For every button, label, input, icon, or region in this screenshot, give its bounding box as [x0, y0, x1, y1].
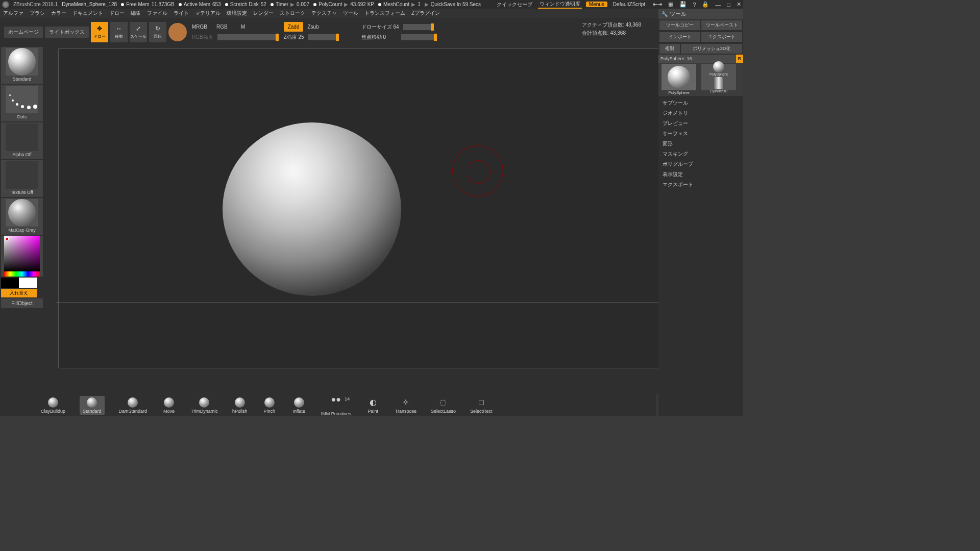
rgb-intensity-slider[interactable] — [217, 34, 279, 40]
menu-item[interactable]: ドロー — [109, 10, 125, 17]
brush-claybuildup[interactable]: ClayBuildup — [41, 397, 65, 414]
point-counts: アクティブ頂点数: 43,368 合計頂点数: 43,368 — [582, 21, 641, 37]
menu-item[interactable]: ストローク — [280, 10, 305, 17]
brush-move[interactable]: Move — [161, 397, 177, 414]
menu-item[interactable]: レンダー — [253, 10, 274, 17]
brush-selectlasso[interactable]: ◌SelectLasso — [431, 397, 456, 414]
z-intensity-slider[interactable] — [308, 34, 339, 40]
section-header[interactable]: サーフェス — [660, 129, 741, 139]
stroke-picker[interactable]: Dots — [1, 85, 43, 121]
m-button[interactable]: M — [241, 24, 261, 30]
quicksave-button[interactable]: クイックセーブ — [495, 1, 534, 8]
section-header[interactable]: ジオメトリ — [660, 108, 741, 118]
menu-item[interactable]: ツール — [343, 10, 358, 17]
mesh-sphere[interactable] — [223, 122, 401, 296]
material-swatch[interactable] — [168, 23, 187, 41]
brush-trimdynamic[interactable]: TrimDynamic — [191, 397, 218, 414]
layout-icon[interactable]: ▦ — [668, 1, 673, 8]
export-button[interactable]: エクスポート — [701, 32, 742, 42]
menu-item[interactable]: ドキュメント — [72, 10, 103, 17]
section-header[interactable]: プレビュー — [660, 118, 741, 129]
focal-shift-slider[interactable] — [401, 34, 437, 40]
menu-item[interactable]: ライト — [174, 10, 189, 17]
tool-paste-button[interactable]: ツールペースト — [701, 20, 742, 30]
make-polymesh-button[interactable]: ポリメッシュ3D化 — [681, 44, 742, 54]
tool-quickpick[interactable]: PolySphere Cylinder3D — [699, 64, 738, 95]
brush-shelf: ClayBuildupStandardDamStandardMoveTrimDy… — [0, 394, 656, 416]
wrench-icon: 🔧 — [662, 11, 668, 17]
home-button[interactable]: ホームページ — [4, 27, 43, 38]
brush-paint[interactable]: ◐Paint — [365, 397, 381, 414]
menus-button[interactable]: Menus — [586, 2, 607, 7]
rgb-intensity-label: RGB強度 — [192, 34, 213, 41]
tool-copy-button[interactable]: ツールコピー — [659, 20, 700, 30]
menu-item[interactable]: ブラシ — [30, 10, 45, 17]
section-header[interactable]: サブツール — [660, 98, 741, 108]
texture-picker[interactable]: Texture Off — [1, 160, 43, 197]
left-sidebar: Standard Dots Alpha Off Texture Off MatC… — [0, 46, 44, 394]
tool-slider[interactable]: PolySphere. 16R — [658, 55, 743, 63]
menu-item[interactable]: 編集 — [131, 10, 141, 17]
brush-damstandard[interactable]: DamStandard — [119, 397, 148, 414]
import-button[interactable]: インポート — [659, 32, 700, 42]
move-mode[interactable]: ↔移動 — [110, 22, 128, 42]
brush-cursor — [452, 145, 503, 196]
brush-selectrect[interactable]: □SelectRect — [470, 397, 493, 414]
material-picker[interactable]: MatCap Gray — [1, 198, 43, 235]
help-icon[interactable]: ? — [693, 2, 696, 8]
brush-inflate[interactable]: Inflate — [291, 397, 307, 414]
section-header[interactable]: エクスポート — [660, 180, 741, 190]
duplicate-button[interactable]: 複製 — [659, 44, 680, 54]
zadd-button[interactable]: Zadd — [284, 22, 304, 32]
menu-item[interactable]: 環境設定 — [227, 10, 247, 17]
section-header[interactable]: 表示設定 — [660, 169, 741, 180]
rgb-button[interactable]: RGB — [216, 24, 237, 30]
menu-item[interactable]: マテリアル — [195, 10, 220, 17]
menu-item[interactable]: テクスチャ — [311, 10, 337, 17]
menu-item[interactable]: トランスフォーム — [364, 10, 405, 17]
minimize-icon[interactable]: — — [715, 2, 721, 8]
swap-button[interactable]: 入れ替え — [1, 289, 37, 297]
menu-item[interactable]: カラー — [51, 10, 66, 17]
brush-standard[interactable]: Standard — [80, 396, 105, 415]
tool-panel-header[interactable]: 🔧ツール — [658, 9, 743, 19]
brush-transpose[interactable]: ✧Transpose — [395, 397, 416, 414]
rotate-mode[interactable]: ↻回転 — [149, 22, 166, 42]
focal-shift-label: 焦点移動 0 — [361, 34, 397, 41]
scale-mode[interactable]: ⤢スケール — [130, 22, 147, 42]
brush-imm primitives[interactable]: ●●14IMM Primitives — [321, 394, 351, 416]
brush-hpolish[interactable]: hPolish — [232, 397, 248, 414]
mrgb-button[interactable]: MRGB — [192, 24, 212, 30]
color-picker[interactable] — [1, 236, 43, 277]
section-header[interactable]: 変形 — [660, 139, 741, 149]
menu-item[interactable]: ファイル — [147, 10, 167, 17]
section-header[interactable]: マスキング — [660, 149, 741, 159]
zsub-button[interactable]: Zsub — [307, 24, 328, 30]
brush-picker[interactable]: Standard — [1, 47, 43, 84]
draw-size-slider[interactable] — [403, 24, 434, 30]
menu-item[interactable]: アルファ — [3, 10, 23, 17]
canvas-area[interactable] — [44, 46, 725, 394]
color-swatches[interactable] — [1, 278, 37, 288]
section-header[interactable]: ポリグループ — [660, 159, 741, 169]
menu-item[interactable]: Zプラグイン — [411, 10, 440, 17]
draw-size-label: ドローサイズ 64 — [361, 23, 399, 31]
alpha-picker[interactable]: Alpha Off — [1, 122, 43, 159]
close-icon[interactable]: ✕ — [737, 1, 741, 8]
save-icon[interactable]: 💾 — [679, 1, 687, 8]
rotate-icon: ↻ — [154, 24, 162, 33]
lock-icon[interactable]: 🔒 — [702, 1, 709, 8]
app-logo — [2, 1, 9, 8]
tool-polysphere[interactable]: PolySphere — [659, 64, 698, 95]
fill-object-button[interactable]: FillObject — [1, 298, 43, 308]
lightbox-button[interactable]: ライトボックス — [45, 27, 89, 38]
tool-panel: 🔧ツール ツールコピーツールペースト インポートエクスポート 複製ポリメッシュ3… — [658, 9, 743, 416]
draw-mode[interactable]: ✥ドロー — [91, 22, 108, 42]
z-intensity-label: Z強度 25 — [284, 34, 304, 41]
maximize-icon[interactable]: □ — [727, 2, 730, 8]
window-opacity[interactable]: ウィンドウ透明度 — [538, 1, 582, 9]
brush-pinch[interactable]: Pinch — [262, 397, 277, 414]
floor-grid-line — [56, 303, 675, 303]
zscript-label[interactable]: DefaultZScript — [611, 2, 647, 7]
arrows-icon[interactable]: ⇤⇥ — [653, 1, 662, 8]
